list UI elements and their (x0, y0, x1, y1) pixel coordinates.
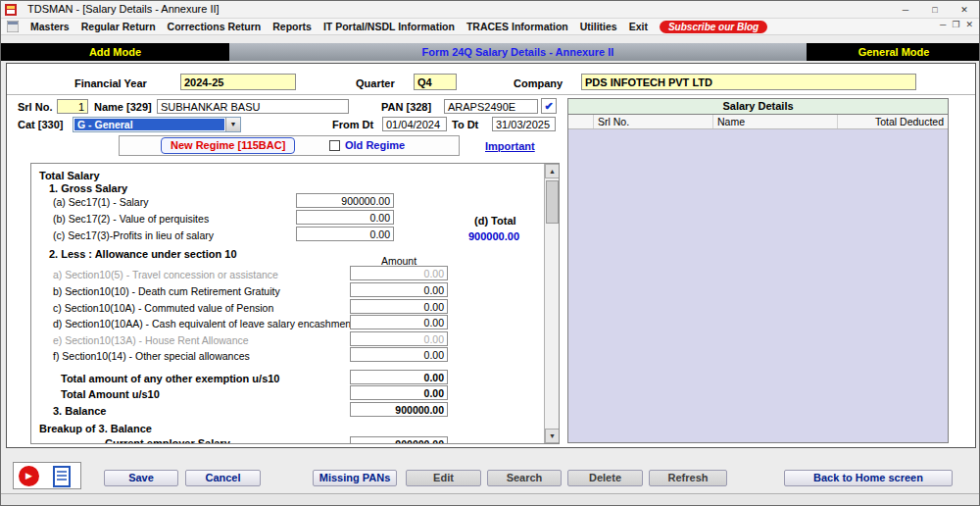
srl-no-column-header[interactable]: Srl No. (594, 115, 713, 128)
current-employer-salary-label: Current employer Salary (105, 437, 230, 444)
minimize-button[interactable]: ─ (891, 1, 920, 19)
scroll-up-icon[interactable]: ▲ (545, 164, 560, 178)
mdi-close-button[interactable]: ✕ (965, 20, 973, 29)
sec17-2-field[interactable]: 0.00 (296, 210, 394, 225)
company-field[interactable]: PDS INFOTECH PVT LTD (581, 74, 916, 90)
delete-button[interactable]: Delete (567, 470, 643, 486)
sec10-14-field[interactable]: 0.00 (350, 347, 448, 362)
sec10-5-label: a) Section10(5) - Travel concession or a… (53, 269, 278, 281)
save-button[interactable]: Save (104, 470, 178, 486)
general-mode-label: General Mode (807, 43, 980, 61)
current-employer-salary-field: 900000.00 (350, 436, 448, 444)
sec10-13a-label: e) Section10(13A) - House Rent Allowance (53, 334, 249, 347)
header-separator (7, 94, 975, 95)
name-column-header[interactable]: Name (713, 115, 838, 128)
menu-exit[interactable]: Exit (629, 21, 648, 32)
quarter-label: Quarter (356, 77, 395, 90)
title-bar: TDSMAN - [Salary Details - Annexure II] … (1, 1, 979, 19)
bottom-bar: ▶ Save Cancel Missing PANs Edit Search D… (1, 448, 979, 493)
old-regime-checkbox[interactable] (329, 140, 340, 151)
menu-bar: Masters Regular Return Corrections Retur… (1, 19, 979, 35)
cancel-button[interactable]: Cancel (185, 470, 261, 486)
sec10-13a-field: 0.00 (350, 331, 448, 346)
menu-reports[interactable]: Reports (272, 21, 312, 32)
less-allowance-heading: 2. Less : Allowance under section 10 (49, 248, 237, 261)
name-label: Name [329] (94, 101, 152, 114)
pan-field[interactable]: ARAPS2490E (444, 99, 538, 114)
quarter-field[interactable]: Q4 (414, 74, 457, 90)
dropdown-arrow-icon[interactable]: ▼ (225, 118, 240, 131)
mdi-child-icon (7, 21, 19, 32)
balance-field: 900000.00 (350, 402, 448, 417)
missing-pans-button[interactable]: Missing PANs (313, 470, 397, 486)
total-deducted-column-header[interactable]: Total Deducted (838, 115, 948, 128)
name-field[interactable]: SUBHANKAR BASU (157, 99, 349, 114)
sec17-2-label: (b) Sec17(2) - Value of perquisites (53, 213, 209, 226)
menu-traces-information[interactable]: TRACES Information (466, 21, 568, 32)
mdi-restore-button[interactable]: ❐ (952, 20, 959, 29)
sec10-10a-field[interactable]: 0.00 (350, 299, 448, 314)
search-button[interactable]: Search (487, 470, 562, 486)
help-document-icon[interactable] (53, 466, 71, 487)
sec10-10-field[interactable]: 0.00 (350, 282, 448, 297)
sec10-10-label: b) Section10(10) - Death cum Retirement … (53, 285, 280, 298)
new-regime-button[interactable]: New Regime [115BAC] (161, 137, 295, 154)
sec17-1-label: (a) Sec17(1) - Salary (53, 196, 148, 209)
media-icon-box: ▶ (13, 462, 81, 489)
category-dropdown[interactable]: G - General ▼ (73, 117, 241, 132)
add-mode-label: Add Mode (1, 43, 229, 61)
srl-no-field[interactable]: 1 (57, 99, 88, 114)
status-bar (1, 493, 979, 506)
exemption-total-label: Total amount of any other exemption u/s1… (61, 373, 280, 385)
menu-utilities[interactable]: Utilities (580, 21, 617, 32)
menu-regular-return[interactable]: Regular Return (81, 21, 156, 32)
salary-details-column-headers: Srl No. Name Total Deducted (568, 115, 948, 129)
mdi-window-controls: ─ ❐ ✕ (940, 20, 973, 29)
back-to-home-button[interactable]: Back to Home screen (784, 470, 953, 486)
sec17-3-field[interactable]: 0.00 (296, 227, 394, 241)
sec10-10aa-field[interactable]: 0.00 (350, 315, 448, 329)
edit-button[interactable]: Edit (406, 470, 481, 486)
window-title: TDSMAN - [Salary Details - Annexure II] (27, 3, 220, 15)
us10-total-label: Total Amount u/s10 (61, 388, 160, 401)
from-date-label: From Dt (332, 119, 373, 131)
scrollbar-thumb[interactable] (546, 180, 559, 224)
company-label: Company (514, 77, 563, 90)
pan-valid-check-icon: ✔ (541, 98, 557, 114)
financial-year-label: Financial Year (74, 77, 147, 90)
form-scrollbar[interactable]: ▲ ▼ (544, 164, 559, 443)
gross-total-label: (d) Total (474, 215, 516, 228)
sec17-3-label: (c) Sec17(3)-Profits in lieu of salary (53, 229, 214, 242)
sec10-14-label: f) Section10(14) - Other special allowan… (53, 350, 250, 363)
mdi-minimize-button[interactable]: ─ (940, 20, 946, 29)
refresh-button[interactable]: Refresh (649, 470, 727, 486)
salary-details-empty-list[interactable] (568, 129, 948, 442)
old-regime-label[interactable]: Old Regime (345, 139, 405, 152)
exemption-total-field: 0.00 (350, 370, 448, 384)
salary-form-scroll-area: Total Salary 1. Gross Salary (a) Sec17(1… (30, 163, 560, 444)
menu-corrections-return[interactable]: Corrections Return (168, 21, 262, 32)
category-label: Cat [330] (18, 119, 63, 131)
salary-details-panel-title: Salary Details (567, 98, 949, 115)
breakup-heading: Breakup of 3. Balance (39, 423, 152, 435)
maximize-button[interactable]: □ (920, 1, 950, 19)
category-selected-value: G - General (74, 119, 224, 130)
total-salary-heading: Total Salary (39, 170, 100, 182)
menu-masters[interactable]: Masters (30, 21, 70, 32)
important-link[interactable]: Important (485, 140, 535, 153)
to-date-field[interactable]: 31/03/2025 (492, 117, 556, 131)
salary-details-table: Srl No. Name Total Deducted (567, 115, 949, 443)
financial-year-field[interactable]: 2024-25 (180, 74, 296, 90)
gross-total-value: 900000.00 (468, 230, 519, 243)
mode-bar: Add Mode Form 24Q Salary Details - Annex… (1, 43, 979, 61)
close-button[interactable]: ✕ (950, 1, 979, 19)
sec10-5-field: 0.00 (350, 266, 448, 280)
play-video-icon[interactable]: ▶ (19, 466, 39, 486)
scroll-down-icon[interactable]: ▼ (545, 429, 560, 443)
subscribe-blog-button[interactable]: Subscribe our Blog (660, 21, 767, 33)
app-icon (5, 4, 17, 16)
selector-column-header (568, 115, 594, 128)
sec17-1-field[interactable]: 900000.00 (296, 193, 394, 208)
menu-it-portal-nsdl[interactable]: IT Portal/NSDL Information (323, 21, 455, 32)
from-date-field[interactable]: 01/04/2024 (382, 117, 447, 131)
